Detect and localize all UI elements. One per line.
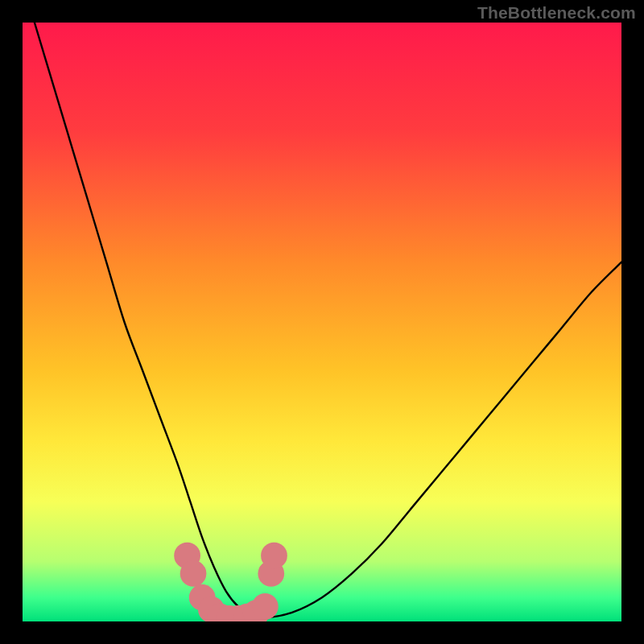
- gradient-background: [23, 23, 621, 621]
- plot-area: [23, 23, 621, 621]
- marker-point: [180, 560, 207, 587]
- chart-frame: TheBottleneck.com: [0, 0, 644, 644]
- chart-svg: [23, 23, 621, 621]
- marker-point: [261, 543, 287, 569]
- attribution-label: TheBottleneck.com: [477, 3, 636, 23]
- marker-point: [252, 593, 279, 620]
